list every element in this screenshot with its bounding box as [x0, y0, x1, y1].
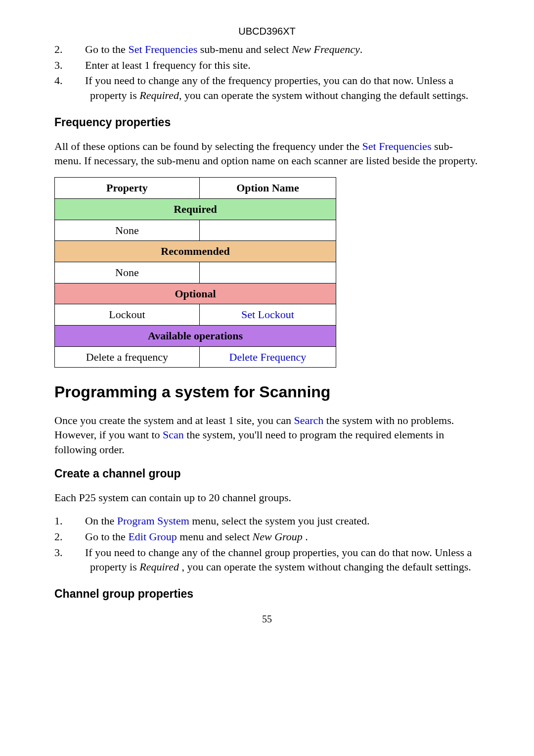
edit-group-link[interactable]: Edit Group	[128, 530, 177, 543]
list-text: sub-menu and select	[197, 43, 292, 55]
list-number: 2.	[72, 42, 85, 57]
frequency-properties-intro: All of these options can be found by sel…	[54, 139, 480, 168]
list-item: 1.On the Program System menu, select the…	[72, 514, 480, 528]
search-link[interactable]: Search	[294, 414, 323, 426]
channel-group-list: 1.On the Program System menu, select the…	[54, 514, 480, 574]
create-channel-group-heading: Create a channel group	[54, 466, 480, 481]
list-text: , you can operate the system without cha…	[179, 561, 471, 573]
cell-property: Lockout	[55, 304, 200, 326]
program-system-link[interactable]: Program System	[117, 515, 189, 527]
list-item: 2.Go to the Set Frequencies sub-menu and…	[72, 42, 480, 57]
list-italic: New Group	[253, 530, 303, 543]
list-text: Go to the	[85, 43, 128, 55]
table-row: None	[55, 262, 336, 283]
table-row-optional: Optional	[55, 283, 336, 304]
table-row-required: Required	[55, 198, 336, 220]
frequency-properties-heading: Frequency properties	[54, 115, 480, 130]
cell-option	[199, 262, 336, 283]
section-optional: Optional	[55, 283, 336, 304]
table-row-available: Available operations	[55, 325, 336, 346]
programming-intro: Once you create the system and at least …	[54, 413, 480, 457]
list-item: 3.If you need to change any of the chann…	[72, 545, 480, 574]
list-text: Enter at least 1 frequency for this site…	[85, 59, 251, 71]
list-number: 3.	[72, 58, 85, 73]
top-ordered-list: 2.Go to the Set Frequencies sub-menu and…	[54, 42, 480, 103]
section-required: Required	[55, 198, 336, 220]
list-text: menu, select the system you just created…	[189, 515, 370, 527]
intro-text: All of these options can be found by sel…	[54, 140, 362, 152]
list-text: Go to the	[85, 530, 128, 543]
list-text: .	[360, 43, 363, 55]
table-row: Lockout Set Lockout	[55, 304, 336, 326]
list-number: 3.	[72, 545, 85, 560]
cell-option	[199, 220, 336, 241]
list-number: 2.	[72, 529, 85, 544]
set-lockout-link[interactable]: Set Lockout	[241, 308, 294, 321]
col-option-name: Option Name	[199, 178, 336, 199]
list-number: 1.	[72, 514, 85, 528]
section-available-operations: Available operations	[55, 325, 336, 346]
create-channel-group-intro: Each P25 system can contain up to 20 cha…	[54, 490, 480, 505]
list-number: 4.	[72, 73, 85, 88]
list-text: menu and select	[177, 530, 253, 543]
table-row: None	[55, 220, 336, 241]
list-italic: New Frequency	[292, 43, 360, 55]
list-item: 2.Go to the Edit Group menu and select N…	[72, 529, 480, 544]
cell-option: Delete Frequency	[199, 346, 336, 368]
list-italic: Required	[139, 561, 179, 573]
col-property: Property	[55, 178, 200, 199]
table-row: Property Option Name	[55, 178, 336, 199]
page-number: 55	[54, 613, 480, 626]
set-frequencies-link[interactable]: Set Frequencies	[128, 43, 197, 55]
properties-table: Property Option Name Required None Recom…	[54, 177, 336, 368]
cell-property: None	[55, 262, 200, 283]
table-row: Delete a frequency Delete Frequency	[55, 346, 336, 368]
channel-group-properties-heading: Channel group properties	[54, 586, 480, 602]
list-text: , you can operate the system without cha…	[179, 89, 468, 101]
list-text: .	[303, 530, 308, 543]
list-item: 3.Enter at least 1 frequency for this si…	[72, 58, 480, 73]
cell-property: Delete a frequency	[55, 346, 200, 368]
table-row-recommended: Recommended	[55, 241, 336, 262]
delete-frequency-link[interactable]: Delete Frequency	[229, 351, 307, 363]
set-frequencies-link[interactable]: Set Frequencies	[362, 140, 432, 152]
list-italic: Required	[139, 89, 179, 101]
prog-text: Once you create the system and at least …	[54, 414, 294, 426]
scan-link[interactable]: Scan	[163, 428, 184, 441]
programming-heading: Programming a system for Scanning	[54, 381, 480, 403]
cell-option: Set Lockout	[199, 304, 336, 326]
header-code: UBCD396XT	[54, 25, 480, 38]
section-recommended: Recommended	[55, 241, 336, 262]
list-item: 4.If you need to change any of the frequ…	[72, 73, 480, 102]
list-text: On the	[85, 515, 117, 527]
cell-property: None	[55, 220, 200, 241]
